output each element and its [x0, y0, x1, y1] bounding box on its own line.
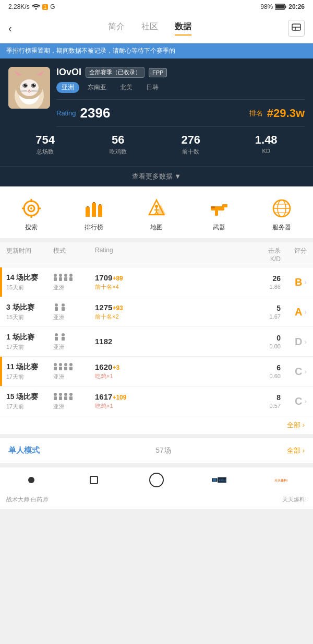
- svg-rect-48: [222, 204, 227, 207]
- profile-icon-button[interactable]: [288, 20, 305, 37]
- svg-point-68: [55, 333, 58, 336]
- svg-rect-71: [62, 337, 65, 341]
- table-row[interactable]: 14 场比赛 15天前 亚洲 1709+89: [0, 267, 313, 297]
- rating-value: 2396: [80, 105, 111, 121]
- svg-rect-73: [54, 367, 57, 370]
- th-kd: 击杀 K/D: [249, 247, 281, 263]
- td-region-2: 亚洲: [53, 313, 95, 321]
- menu-search[interactable]: 搜索: [0, 195, 63, 234]
- td-rating-main-3: 1182: [95, 337, 249, 346]
- menu-map[interactable]: 地图: [125, 195, 188, 234]
- time-display: 20:26: [288, 3, 305, 10]
- td-kdval-5: 0.57: [249, 403, 281, 409]
- svg-point-33: [30, 207, 32, 209]
- menu-server-label: 服务器: [272, 223, 291, 232]
- td-mode-icon-3: [53, 332, 95, 342]
- table-row[interactable]: 15 场比赛 17天前 亚洲 1617+109: [0, 387, 313, 416]
- status-bar: 2.28K/s 1 G 98% 20:26: [0, 0, 313, 14]
- weapon-icon: [208, 197, 231, 220]
- td-score-1: B ›: [281, 276, 307, 288]
- table-row[interactable]: 3 场比赛 15天前 亚洲 1275+93 前十名×2 5 1.67: [0, 297, 313, 327]
- duo-icon-2: [53, 332, 68, 341]
- stat-value-total: 754: [35, 133, 55, 147]
- tab-community[interactable]: 社区: [141, 21, 158, 36]
- nav-home[interactable]: [149, 473, 164, 487]
- stat-total-games: 754 总场数: [35, 133, 55, 156]
- search-icon: [20, 197, 43, 220]
- profile-section: IOvOI 全部赛季（已收录） FPP 亚洲 东南亚 北美 日韩 Rating …: [0, 58, 313, 166]
- td-timeago-5: 17天前: [6, 403, 53, 411]
- table-row[interactable]: 11 场比赛 17天前 亚洲 1620+3: [0, 357, 313, 387]
- td-kd-5: 8 0.57: [249, 393, 281, 409]
- td-region-5: 亚洲: [53, 403, 95, 411]
- svg-rect-35: [92, 203, 96, 217]
- person-icon: [291, 23, 302, 33]
- battery-icon: [275, 4, 286, 10]
- tab-intro[interactable]: 简介: [108, 21, 125, 36]
- td-rating-1: 1709+89 前十名×4: [95, 273, 249, 291]
- svg-text:有料社区: 有料社区: [219, 479, 226, 482]
- svg-point-86: [69, 393, 73, 396]
- td-kill-2: 5: [249, 304, 281, 312]
- map-icon: [145, 197, 168, 220]
- nav-app2[interactable]: 天天爆料!: [274, 473, 289, 487]
- td-kdval-2: 1.67: [249, 313, 281, 320]
- score-grade-5: C: [295, 395, 302, 407]
- stats-row: 754 总场数 56 吃鸡数 276 前十数 1.48 KD: [8, 127, 305, 158]
- svg-point-70: [62, 333, 65, 336]
- score-grade-3: D: [295, 336, 302, 348]
- solo-all-button[interactable]: 全部 ›: [287, 446, 305, 455]
- menu-section: 搜索 排行榜: [0, 186, 313, 238]
- td-mode-3: 亚洲: [53, 332, 95, 351]
- stat-label-kd: KD: [255, 148, 278, 154]
- server-icon: [270, 197, 293, 220]
- stat-wins: 56 吃鸡数: [110, 133, 127, 156]
- svg-rect-36: [98, 205, 102, 217]
- menu-server[interactable]: 服务器: [250, 195, 313, 234]
- svg-point-20: [26, 84, 27, 85]
- back-button[interactable]: ‹: [8, 22, 12, 34]
- menu-search-label: 搜索: [25, 223, 38, 232]
- svg-point-56: [54, 274, 57, 277]
- nav-dot[interactable]: [24, 473, 39, 487]
- th-time: 更新时间: [6, 247, 53, 263]
- svg-text:天天爆料!: 天天爆料!: [274, 478, 288, 482]
- duo-icon: [53, 302, 68, 311]
- td-time-5: 15 场比赛 17天前: [6, 392, 53, 411]
- table-row[interactable]: 1 场比赛 17天前 亚洲 1182 0 0.00: [0, 327, 313, 357]
- svg-point-90: [150, 473, 163, 487]
- svg-rect-57: [54, 277, 57, 281]
- menu-leaderboard[interactable]: 排行榜: [63, 195, 125, 234]
- svg-rect-81: [54, 396, 57, 400]
- region-tab-kr[interactable]: 日韩: [141, 82, 164, 93]
- speed-indicator: 2.28K/s: [8, 3, 30, 10]
- region-tab-na[interactable]: 北美: [115, 82, 138, 93]
- svg-point-80: [54, 393, 57, 396]
- stat-value-wins: 56: [110, 133, 127, 147]
- bottom-navigation: 有料社区 天天爆料!: [0, 467, 313, 493]
- nav-square[interactable]: [87, 473, 101, 487]
- nav-tabs: 简介 社区 数据: [108, 21, 191, 36]
- see-all-button[interactable]: 全部 ›: [0, 416, 313, 434]
- svg-rect-79: [69, 367, 73, 370]
- mode-badge: FPP: [149, 68, 167, 77]
- solo-mode-title: 单人模式: [8, 446, 40, 455]
- tab-data[interactable]: 数据: [175, 21, 191, 36]
- stat-label-wins: 吃鸡数: [110, 148, 127, 156]
- svg-rect-67: [62, 307, 65, 311]
- region-tab-sea[interactable]: 东南亚: [82, 82, 112, 93]
- svg-rect-49: [215, 210, 218, 216]
- more-data-button[interactable]: 查看更多数据 ▼: [0, 166, 313, 186]
- svg-rect-3: [276, 5, 284, 9]
- season-selector[interactable]: 全部赛季（已收录）: [86, 67, 145, 78]
- solo-section: 单人模式 57场 全部 ›: [0, 438, 313, 463]
- menu-weapon[interactable]: 武器: [188, 195, 250, 234]
- svg-rect-39: [99, 204, 101, 205]
- svg-rect-34: [86, 207, 90, 217]
- nav-app1[interactable]: 有料社区: [212, 473, 226, 487]
- svg-point-21: [34, 84, 35, 85]
- chevron-icon-5: ›: [304, 397, 307, 405]
- td-region-3: 亚洲: [53, 343, 95, 351]
- stat-kd: 1.48 KD: [255, 133, 278, 156]
- region-tab-asia[interactable]: 亚洲: [56, 82, 79, 93]
